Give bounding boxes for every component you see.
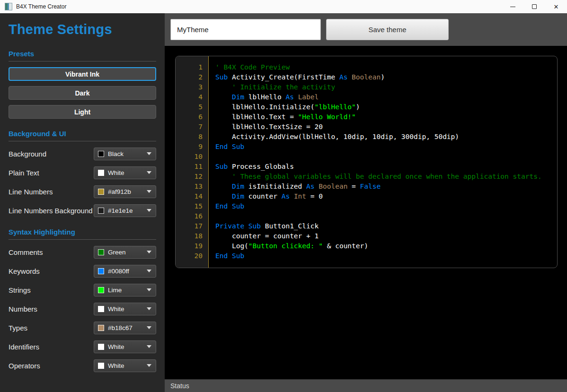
code-line: Private Sub Button1_Click <box>215 221 557 231</box>
status-bar: Status <box>165 379 567 392</box>
theme-name-input[interactable] <box>170 19 321 40</box>
color-swatch <box>98 325 104 331</box>
setting-label: Strings <box>9 286 31 294</box>
dropdown-plain-text[interactable]: White <box>94 166 156 179</box>
section-syntax-highlighting: Syntax Highlighting Comments Green Keywo… <box>9 228 156 372</box>
color-swatch <box>98 363 104 369</box>
dropdown-value: #b18c67 <box>108 324 133 331</box>
code-line: counter = counter + 1 <box>215 231 557 241</box>
section-body: Comments Green Keywords #0080ff Strings … <box>9 245 156 372</box>
app-window: B4X Theme Creator ✕ Theme Settings Prese… <box>0 0 567 392</box>
line-number: 15 <box>176 201 203 211</box>
code-line: Sub Activity_Create(FirstTime As Boolean… <box>215 72 557 82</box>
code-token: "lblHello" <box>315 103 356 111</box>
code-token: As <box>339 73 352 81</box>
minimize-icon <box>510 7 515 7</box>
code-token: "Button clicked: " <box>248 242 323 250</box>
main-area: Save theme 12345678910111213141516171819… <box>165 13 567 392</box>
code-line: ' Initialize the activity <box>215 82 557 92</box>
section-presets: Presets Vibrant InkDarkLight <box>9 50 156 119</box>
code-line: Sub Process_Globals <box>215 162 557 172</box>
setting-row-line-numbers-background: Line Numbers Background #1e1e1e <box>9 204 156 217</box>
chevron-down-icon <box>147 251 151 253</box>
close-button[interactable]: ✕ <box>545 0 567 13</box>
chevron-down-icon <box>147 364 151 367</box>
chevron-down-icon <box>147 326 151 329</box>
code-preview-area: 1234567891011121314151617181920 ' B4X Co… <box>165 46 567 379</box>
section-body: Vibrant InkDarkLight <box>9 67 156 119</box>
line-number: 17 <box>176 221 203 231</box>
dropdown-operators[interactable]: White <box>94 359 156 372</box>
code-line: Dim isInitialized As Boolean = False <box>215 182 557 192</box>
code-token <box>215 192 232 200</box>
line-number: 5 <box>176 102 203 112</box>
minimize-button[interactable] <box>502 0 523 13</box>
code-token: Sub <box>215 163 232 170</box>
color-swatch <box>98 287 104 293</box>
line-number: 13 <box>176 182 203 192</box>
code-token: lblHello.TextSize = 20 <box>215 123 323 131</box>
preset-button-light[interactable]: Light <box>9 105 156 119</box>
preset-button-dark[interactable]: Dark <box>9 86 156 100</box>
code-token: Sub <box>215 73 232 81</box>
chevron-down-icon <box>147 209 151 212</box>
line-number: 3 <box>176 82 203 92</box>
code-token: Boolean <box>352 73 381 81</box>
dropdown-identifiers[interactable]: White <box>94 340 156 353</box>
line-number: 18 <box>176 231 203 241</box>
code-token: counter = counter + 1 <box>215 232 319 240</box>
code-token: isInitialized <box>248 183 306 190</box>
chevron-down-icon <box>147 171 151 174</box>
line-number: 19 <box>176 241 203 251</box>
close-icon: ✕ <box>554 4 559 10</box>
maximize-button[interactable] <box>523 0 545 13</box>
setting-label: Comments <box>9 248 43 256</box>
dropdown-keywords[interactable]: #0080ff <box>94 265 156 278</box>
setting-row-types: Types #b18c67 <box>9 321 156 334</box>
color-swatch <box>98 249 104 255</box>
code-token: End Sub <box>215 143 244 150</box>
dropdown-types[interactable]: #b18c67 <box>94 322 156 334</box>
setting-row-strings: Strings Lime <box>9 283 156 296</box>
dropdown-strings[interactable]: Lime <box>94 284 156 296</box>
code-line: Dim lblHello As Label <box>215 92 557 102</box>
color-swatch <box>98 306 104 312</box>
window-title: B4X Theme Creator <box>16 3 67 10</box>
code-token: counter <box>248 192 282 200</box>
dropdown-numbers[interactable]: White <box>94 303 156 315</box>
code-token <box>215 173 232 180</box>
line-number: 12 <box>176 172 203 182</box>
code-token: As <box>285 93 298 101</box>
preset-button-vibrant-ink[interactable]: Vibrant Ink <box>9 67 156 81</box>
code-line <box>215 152 557 162</box>
code-token <box>215 93 232 101</box>
dropdown-value: #1e1e1e <box>108 207 133 214</box>
code-token: = 0 <box>306 192 323 200</box>
line-number-gutter: 1234567891011121314151617181920 <box>176 56 209 268</box>
line-number: 2 <box>176 72 203 82</box>
sidebar-sections: Presets Vibrant InkDarkLight Background … <box>9 50 156 372</box>
dropdown-line-numbers-background[interactable]: #1e1e1e <box>94 204 156 217</box>
section-heading: Background & UI <box>9 130 156 138</box>
save-theme-button[interactable]: Save theme <box>326 19 449 40</box>
setting-row-operators: Operators White <box>9 359 156 372</box>
dropdown-comments[interactable]: Green <box>94 246 156 259</box>
code-token: False <box>360 183 381 190</box>
setting-row-background: Background Black <box>9 147 156 160</box>
setting-row-identifiers: Identifiers White <box>9 340 156 353</box>
window-body: Theme Settings Presets Vibrant InkDarkLi… <box>0 13 567 392</box>
chevron-down-icon <box>147 152 151 155</box>
dropdown-line-numbers[interactable]: #af912b <box>94 185 156 198</box>
code-line: End Sub <box>215 201 557 211</box>
code-token: As <box>282 192 294 200</box>
code-token: Button1_Click <box>265 222 319 230</box>
code-line: ' These global variables will be declare… <box>215 172 557 182</box>
code-line: Log("Button clicked: " & counter) <box>215 241 557 251</box>
section-background-ui: Background & UI Background Black Plain T… <box>9 130 156 217</box>
code-line: End Sub <box>215 251 557 261</box>
code-token: End Sub <box>215 202 244 210</box>
dropdown-background[interactable]: Black <box>94 148 156 160</box>
code-line: Activity.AddView(lblHello, 10dip, 10dip,… <box>215 132 557 142</box>
toolbar: Save theme <box>165 13 567 46</box>
setting-label: Plain Text <box>9 169 39 177</box>
